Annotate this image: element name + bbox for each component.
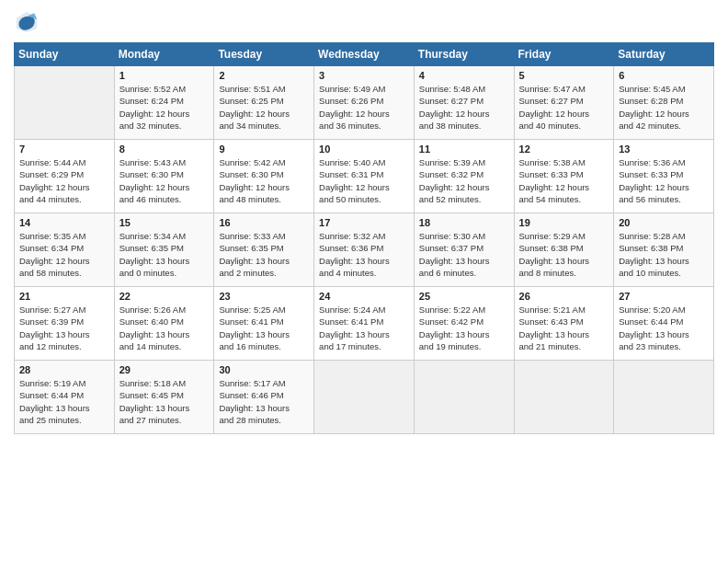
day-cell: 22Sunrise: 5:26 AM Sunset: 6:40 PM Dayli… [114,287,214,361]
day-number: 29 [119,364,210,375]
day-cell: 29Sunrise: 5:18 AM Sunset: 6:45 PM Dayli… [114,361,214,434]
day-info: Sunrise: 5:34 AM Sunset: 6:35 PM Dayligh… [119,230,210,279]
day-info: Sunrise: 5:39 AM Sunset: 6:32 PM Dayligh… [419,156,509,205]
day-number: 10 [319,144,409,155]
day-cell [614,361,714,434]
day-info: Sunrise: 5:33 AM Sunset: 6:35 PM Dayligh… [219,230,309,279]
day-cell: 24Sunrise: 5:24 AM Sunset: 6:41 PM Dayli… [314,287,415,361]
day-number: 2 [219,70,309,81]
day-info: Sunrise: 5:36 AM Sunset: 6:33 PM Dayligh… [619,156,709,205]
day-cell [414,361,514,434]
day-number: 28 [19,364,109,375]
day-info: Sunrise: 5:44 AM Sunset: 6:29 PM Dayligh… [19,156,109,205]
day-info: Sunrise: 5:27 AM Sunset: 6:39 PM Dayligh… [19,304,109,352]
week-row-4: 21Sunrise: 5:27 AM Sunset: 6:39 PM Dayli… [15,287,714,361]
day-info: Sunrise: 5:25 AM Sunset: 6:41 PM Dayligh… [219,304,309,352]
day-info: Sunrise: 5:20 AM Sunset: 6:44 PM Dayligh… [619,304,709,352]
day-number: 8 [119,144,210,155]
day-cell: 21Sunrise: 5:27 AM Sunset: 6:39 PM Dayli… [15,287,115,361]
day-info: Sunrise: 5:43 AM Sunset: 6:30 PM Dayligh… [119,156,210,205]
day-info: Sunrise: 5:51 AM Sunset: 6:25 PM Dayligh… [219,83,309,132]
day-cell [15,66,115,140]
day-cell: 25Sunrise: 5:22 AM Sunset: 6:42 PM Dayli… [414,287,514,361]
day-number: 26 [519,291,609,302]
day-info: Sunrise: 5:18 AM Sunset: 6:45 PM Dayligh… [119,377,210,426]
week-row-3: 14Sunrise: 5:35 AM Sunset: 6:34 PM Dayli… [15,213,714,287]
weekday-header-tuesday: Tuesday [214,43,314,66]
day-cell: 23Sunrise: 5:25 AM Sunset: 6:41 PM Dayli… [214,287,314,361]
day-cell: 12Sunrise: 5:38 AM Sunset: 6:33 PM Dayli… [514,140,614,213]
day-info: Sunrise: 5:30 AM Sunset: 6:37 PM Dayligh… [419,230,509,279]
day-cell: 11Sunrise: 5:39 AM Sunset: 6:32 PM Dayli… [414,140,514,213]
day-number: 15 [119,217,210,228]
day-info: Sunrise: 5:40 AM Sunset: 6:31 PM Dayligh… [319,156,409,205]
day-number: 14 [19,217,109,228]
day-info: Sunrise: 5:24 AM Sunset: 6:41 PM Dayligh… [319,304,409,352]
day-cell: 15Sunrise: 5:34 AM Sunset: 6:35 PM Dayli… [114,213,214,287]
day-number: 3 [319,70,409,81]
day-number: 13 [619,144,709,155]
weekday-header-thursday: Thursday [414,43,514,66]
weekday-header-wednesday: Wednesday [314,43,415,66]
week-row-2: 7Sunrise: 5:44 AM Sunset: 6:29 PM Daylig… [15,140,714,213]
day-cell: 26Sunrise: 5:21 AM Sunset: 6:43 PM Dayli… [514,287,614,361]
day-cell [314,361,415,434]
day-number: 22 [119,291,210,302]
day-cell: 3Sunrise: 5:49 AM Sunset: 6:26 PM Daylig… [314,66,415,140]
day-cell: 5Sunrise: 5:47 AM Sunset: 6:27 PM Daylig… [514,66,614,140]
logo-icon [14,9,40,35]
day-cell: 1Sunrise: 5:52 AM Sunset: 6:24 PM Daylig… [114,66,214,140]
weekday-header-sunday: Sunday [15,43,115,66]
day-info: Sunrise: 5:35 AM Sunset: 6:34 PM Dayligh… [19,230,109,279]
weekday-header-friday: Friday [514,43,614,66]
day-number: 6 [619,70,709,81]
day-cell: 6Sunrise: 5:45 AM Sunset: 6:28 PM Daylig… [614,66,714,140]
week-row-1: 1Sunrise: 5:52 AM Sunset: 6:24 PM Daylig… [15,66,714,140]
day-number: 1 [119,70,210,81]
day-info: Sunrise: 5:22 AM Sunset: 6:42 PM Dayligh… [419,304,509,352]
day-info: Sunrise: 5:28 AM Sunset: 6:38 PM Dayligh… [619,230,709,279]
day-number: 27 [619,291,709,302]
day-number: 21 [19,291,109,302]
day-info: Sunrise: 5:26 AM Sunset: 6:40 PM Dayligh… [119,304,210,352]
day-cell: 13Sunrise: 5:36 AM Sunset: 6:33 PM Dayli… [614,140,714,213]
weekday-header-monday: Monday [114,43,214,66]
day-number: 23 [219,291,309,302]
day-cell: 7Sunrise: 5:44 AM Sunset: 6:29 PM Daylig… [15,140,115,213]
day-number: 16 [219,217,309,228]
day-cell: 20Sunrise: 5:28 AM Sunset: 6:38 PM Dayli… [614,213,714,287]
day-cell: 28Sunrise: 5:19 AM Sunset: 6:44 PM Dayli… [15,361,115,434]
day-info: Sunrise: 5:32 AM Sunset: 6:36 PM Dayligh… [319,230,409,279]
day-info: Sunrise: 5:49 AM Sunset: 6:26 PM Dayligh… [319,83,409,132]
weekday-header-row: SundayMondayTuesdayWednesdayThursdayFrid… [15,43,714,66]
day-info: Sunrise: 5:48 AM Sunset: 6:27 PM Dayligh… [419,83,509,132]
day-cell: 2Sunrise: 5:51 AM Sunset: 6:25 PM Daylig… [214,66,314,140]
day-number: 5 [519,70,609,81]
day-number: 25 [419,291,509,302]
main-container: SundayMondayTuesdayWednesdayThursdayFrid… [0,0,728,563]
day-info: Sunrise: 5:45 AM Sunset: 6:28 PM Dayligh… [619,83,709,132]
day-info: Sunrise: 5:17 AM Sunset: 6:46 PM Dayligh… [219,377,309,426]
day-number: 24 [319,291,409,302]
day-cell [514,361,614,434]
day-cell: 4Sunrise: 5:48 AM Sunset: 6:27 PM Daylig… [414,66,514,140]
day-number: 12 [519,144,609,155]
day-number: 19 [519,217,609,228]
day-cell: 8Sunrise: 5:43 AM Sunset: 6:30 PM Daylig… [114,140,214,213]
day-cell: 17Sunrise: 5:32 AM Sunset: 6:36 PM Dayli… [314,213,415,287]
day-cell: 9Sunrise: 5:42 AM Sunset: 6:30 PM Daylig… [214,140,314,213]
day-number: 20 [619,217,709,228]
day-info: Sunrise: 5:52 AM Sunset: 6:24 PM Dayligh… [119,83,210,132]
day-info: Sunrise: 5:38 AM Sunset: 6:33 PM Dayligh… [519,156,609,205]
calendar-table: SundayMondayTuesdayWednesdayThursdayFrid… [14,42,714,434]
day-number: 4 [419,70,509,81]
day-number: 11 [419,144,509,155]
day-cell: 19Sunrise: 5:29 AM Sunset: 6:38 PM Dayli… [514,213,614,287]
day-number: 17 [319,217,409,228]
week-row-5: 28Sunrise: 5:19 AM Sunset: 6:44 PM Dayli… [15,361,714,434]
day-info: Sunrise: 5:42 AM Sunset: 6:30 PM Dayligh… [219,156,309,205]
day-cell: 18Sunrise: 5:30 AM Sunset: 6:37 PM Dayli… [414,213,514,287]
day-cell: 27Sunrise: 5:20 AM Sunset: 6:44 PM Dayli… [614,287,714,361]
logo [14,9,43,35]
day-number: 9 [219,144,309,155]
